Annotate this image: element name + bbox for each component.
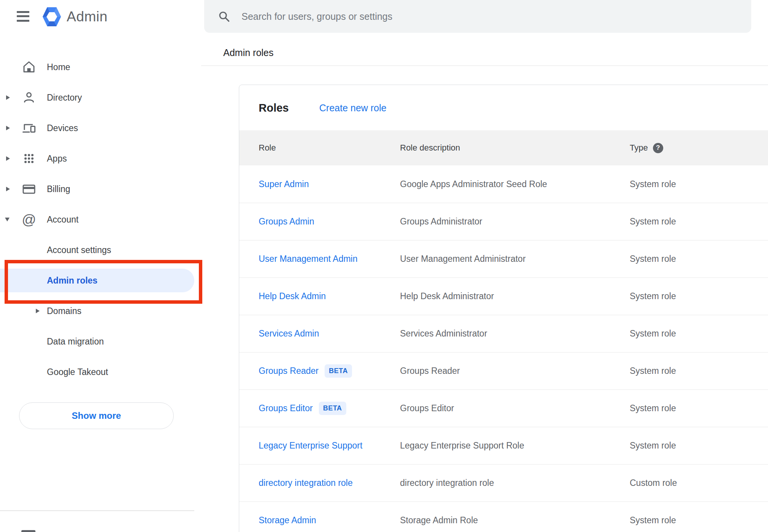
role-cell: Services Admin xyxy=(259,328,400,339)
role-link[interactable]: Groups Admin xyxy=(259,216,314,227)
role-link[interactable]: Super Admin xyxy=(259,179,309,189)
sidebar-item-label: Apps xyxy=(47,154,67,164)
role-type-cell: System role xyxy=(630,328,768,339)
sidebar-item-directory[interactable]: Directory xyxy=(0,82,197,113)
role-description-cell: User Management Administrator xyxy=(400,254,630,264)
table-row: Groups ReaderBETAGroups ReaderSystem rol… xyxy=(239,352,768,389)
sidebar-item-admin-roles[interactable]: Admin roles xyxy=(0,265,197,296)
header-divider xyxy=(201,66,768,66)
role-type-cell: System role xyxy=(630,515,768,526)
role-link[interactable]: Storage Admin xyxy=(259,515,316,526)
caret-right-icon xyxy=(6,95,10,100)
main-content: Admin roles Roles Create new role Role R… xyxy=(197,0,768,532)
sidebar-item-label: Devices xyxy=(47,123,78,133)
sidebar-item-google-takeout[interactable]: Google Takeout xyxy=(0,357,197,387)
sidebar-item-label: Account settings xyxy=(47,245,111,255)
table-header-row: Role Role description Type ? xyxy=(239,130,768,165)
table-body: Super AdminGoogle Apps Administrator See… xyxy=(239,165,768,532)
roles-card: Roles Create new role Role Role descript… xyxy=(239,85,768,532)
role-cell: Groups ReaderBETA xyxy=(259,364,400,378)
role-link[interactable]: Services Admin xyxy=(259,328,319,339)
role-type-cell: Custom role xyxy=(630,478,768,488)
role-description-cell: Services Administrator xyxy=(400,328,630,339)
show-more-button[interactable]: Show more xyxy=(19,402,174,429)
caret-right-icon xyxy=(6,126,10,130)
role-cell: Help Desk Admin xyxy=(259,291,400,301)
menu-icon[interactable] xyxy=(17,10,29,22)
role-description-cell: Google Apps Administrator Seed Role xyxy=(400,179,630,189)
role-type-cell: System role xyxy=(630,179,768,189)
search-input[interactable] xyxy=(242,5,751,28)
sidebar-item-label: Domains xyxy=(47,306,82,316)
role-description-cell: Groups Reader xyxy=(400,366,630,376)
role-cell: Groups EditorBETA xyxy=(259,402,400,415)
table-row: Services AdminServices AdministratorSyst… xyxy=(239,315,768,352)
app-title: Admin xyxy=(67,9,107,25)
role-cell: User Management Admin xyxy=(259,254,400,264)
column-header-type: Type ? xyxy=(630,143,768,153)
search-icon xyxy=(218,10,230,22)
sidebar-item-account-settings[interactable]: Account settings xyxy=(0,235,197,265)
sidebar-divider xyxy=(0,510,194,511)
sidebar-item-devices[interactable]: Devices xyxy=(0,113,197,143)
caret-down-icon xyxy=(5,218,10,221)
role-link[interactable]: Groups Editor xyxy=(259,403,313,413)
sidebar: Admin HomeDirectoryDevicesAppsBilling@Ac… xyxy=(0,0,197,532)
role-description-cell: Legacy Enterprise Support Role xyxy=(400,441,630,451)
directory-icon xyxy=(21,90,37,105)
account-icon: @ xyxy=(21,212,37,227)
caret-right-icon xyxy=(6,187,10,191)
column-header-role-description: Role description xyxy=(400,143,630,153)
sidebar-item-label: Directory xyxy=(47,93,82,103)
role-link[interactable]: Legacy Enterprise Support xyxy=(259,441,362,451)
roles-title: Roles xyxy=(259,101,289,114)
roles-card-header: Roles Create new role xyxy=(239,85,768,130)
home-icon xyxy=(21,59,37,75)
sidebar-item-data-migration[interactable]: Data migration xyxy=(0,326,197,357)
sidebar-item-apps[interactable]: Apps xyxy=(0,143,197,174)
table-row: Legacy Enterprise SupportLegacy Enterpri… xyxy=(239,427,768,464)
apps-icon xyxy=(21,151,37,166)
sidebar-item-domains[interactable]: Domains xyxy=(0,296,197,326)
beta-badge: BETA xyxy=(319,402,346,415)
role-type-cell: System role xyxy=(630,216,768,227)
sidebar-item-billing[interactable]: Billing xyxy=(0,174,197,204)
search-bar[interactable] xyxy=(204,0,751,33)
role-description-cell: Storage Admin Role xyxy=(400,515,630,526)
role-description-cell: Groups Administrator xyxy=(400,216,630,227)
sidebar-item-label: Home xyxy=(47,62,70,72)
role-cell: Super Admin xyxy=(259,179,400,189)
sidebar-item-home[interactable]: Home xyxy=(0,52,197,82)
role-type-cell: System role xyxy=(630,366,768,376)
role-link[interactable]: User Management Admin xyxy=(259,254,358,264)
role-type-cell: System role xyxy=(630,441,768,451)
table-row: directory integration roledirectory inte… xyxy=(239,464,768,502)
sidebar-item-account[interactable]: @Account xyxy=(0,204,197,235)
beta-badge: BETA xyxy=(325,364,352,378)
table-row: Groups EditorBETAGroups EditorSystem rol… xyxy=(239,389,768,427)
role-type-cell: System role xyxy=(630,291,768,301)
caret-right-icon xyxy=(36,309,40,313)
role-type-cell: System role xyxy=(630,254,768,264)
sidebar-nav: HomeDirectoryDevicesAppsBilling@AccountA… xyxy=(0,52,197,387)
help-icon[interactable]: ? xyxy=(653,143,663,153)
table-row: Storage AdminStorage Admin RoleSystem ro… xyxy=(239,502,768,532)
role-cell: Legacy Enterprise Support xyxy=(259,441,400,451)
sidebar-item-label: Account xyxy=(47,215,78,225)
role-link[interactable]: Groups Reader xyxy=(259,366,318,376)
create-new-role-link[interactable]: Create new role xyxy=(319,102,386,113)
devices-icon xyxy=(21,120,37,136)
role-type-cell: System role xyxy=(630,403,768,413)
table-row: Help Desk AdminHelp Desk AdministratorSy… xyxy=(239,277,768,315)
role-link[interactable]: Help Desk Admin xyxy=(259,291,326,301)
role-link[interactable]: directory integration role xyxy=(259,478,353,488)
sidebar-item-label: Google Takeout xyxy=(47,367,108,377)
role-description-cell: directory integration role xyxy=(400,478,630,488)
sidebar-item-label: Admin roles xyxy=(47,276,98,286)
sidebar-item-label: Billing xyxy=(47,184,70,194)
role-description-cell: Help Desk Administrator xyxy=(400,291,630,301)
admin-logo[interactable]: Admin xyxy=(42,5,107,28)
billing-icon xyxy=(21,181,37,197)
table-row: User Management AdminUser Management Adm… xyxy=(239,240,768,277)
partial-hidden-icon xyxy=(21,530,35,532)
